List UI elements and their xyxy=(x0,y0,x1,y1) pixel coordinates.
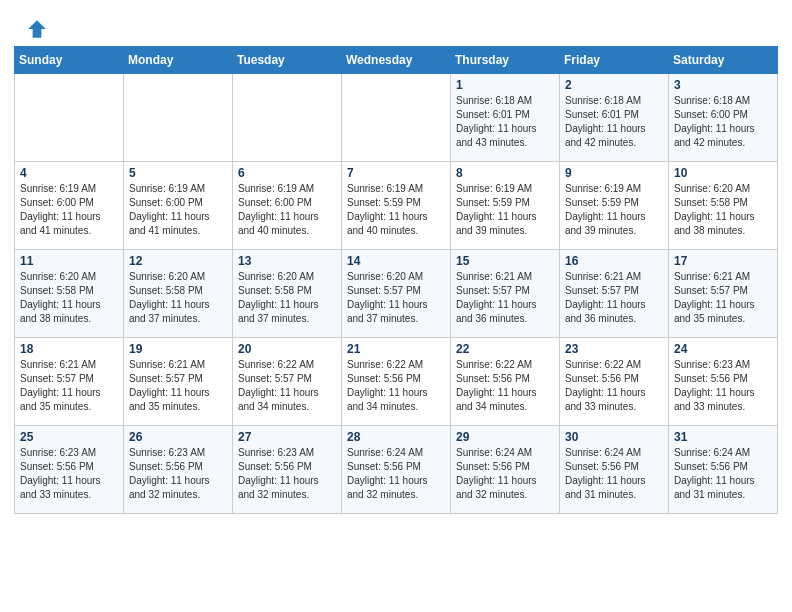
day-info: Sunrise: 6:21 AM Sunset: 5:57 PM Dayligh… xyxy=(129,358,227,414)
day-cell: 29Sunrise: 6:24 AM Sunset: 5:56 PM Dayli… xyxy=(451,426,560,514)
day-cell: 7Sunrise: 6:19 AM Sunset: 5:59 PM Daylig… xyxy=(342,162,451,250)
day-info: Sunrise: 6:23 AM Sunset: 5:56 PM Dayligh… xyxy=(20,446,118,502)
day-cell: 2Sunrise: 6:18 AM Sunset: 6:01 PM Daylig… xyxy=(560,74,669,162)
day-cell: 4Sunrise: 6:19 AM Sunset: 6:00 PM Daylig… xyxy=(15,162,124,250)
day-info: Sunrise: 6:23 AM Sunset: 5:56 PM Dayligh… xyxy=(674,358,772,414)
day-number: 2 xyxy=(565,78,663,92)
day-cell xyxy=(233,74,342,162)
day-info: Sunrise: 6:22 AM Sunset: 5:56 PM Dayligh… xyxy=(347,358,445,414)
day-number: 28 xyxy=(347,430,445,444)
day-cell: 12Sunrise: 6:20 AM Sunset: 5:58 PM Dayli… xyxy=(124,250,233,338)
day-cell: 28Sunrise: 6:24 AM Sunset: 5:56 PM Dayli… xyxy=(342,426,451,514)
col-header-saturday: Saturday xyxy=(669,47,778,74)
day-cell: 22Sunrise: 6:22 AM Sunset: 5:56 PM Dayli… xyxy=(451,338,560,426)
day-info: Sunrise: 6:22 AM Sunset: 5:57 PM Dayligh… xyxy=(238,358,336,414)
day-info: Sunrise: 6:21 AM Sunset: 5:57 PM Dayligh… xyxy=(20,358,118,414)
day-info: Sunrise: 6:18 AM Sunset: 6:01 PM Dayligh… xyxy=(565,94,663,150)
day-number: 7 xyxy=(347,166,445,180)
day-cell: 16Sunrise: 6:21 AM Sunset: 5:57 PM Dayli… xyxy=(560,250,669,338)
day-cell: 23Sunrise: 6:22 AM Sunset: 5:56 PM Dayli… xyxy=(560,338,669,426)
day-info: Sunrise: 6:24 AM Sunset: 5:56 PM Dayligh… xyxy=(565,446,663,502)
day-number: 21 xyxy=(347,342,445,356)
day-number: 25 xyxy=(20,430,118,444)
day-info: Sunrise: 6:21 AM Sunset: 5:57 PM Dayligh… xyxy=(565,270,663,326)
day-cell: 21Sunrise: 6:22 AM Sunset: 5:56 PM Dayli… xyxy=(342,338,451,426)
day-info: Sunrise: 6:22 AM Sunset: 5:56 PM Dayligh… xyxy=(456,358,554,414)
day-cell: 18Sunrise: 6:21 AM Sunset: 5:57 PM Dayli… xyxy=(15,338,124,426)
day-cell xyxy=(15,74,124,162)
day-info: Sunrise: 6:19 AM Sunset: 5:59 PM Dayligh… xyxy=(456,182,554,238)
day-info: Sunrise: 6:24 AM Sunset: 5:56 PM Dayligh… xyxy=(347,446,445,502)
col-header-wednesday: Wednesday xyxy=(342,47,451,74)
day-number: 13 xyxy=(238,254,336,268)
day-info: Sunrise: 6:20 AM Sunset: 5:57 PM Dayligh… xyxy=(347,270,445,326)
day-cell xyxy=(342,74,451,162)
col-header-tuesday: Tuesday xyxy=(233,47,342,74)
day-cell: 11Sunrise: 6:20 AM Sunset: 5:58 PM Dayli… xyxy=(15,250,124,338)
day-number: 23 xyxy=(565,342,663,356)
day-cell: 14Sunrise: 6:20 AM Sunset: 5:57 PM Dayli… xyxy=(342,250,451,338)
day-number: 1 xyxy=(456,78,554,92)
day-number: 22 xyxy=(456,342,554,356)
day-info: Sunrise: 6:20 AM Sunset: 5:58 PM Dayligh… xyxy=(20,270,118,326)
day-cell: 26Sunrise: 6:23 AM Sunset: 5:56 PM Dayli… xyxy=(124,426,233,514)
day-cell: 31Sunrise: 6:24 AM Sunset: 5:56 PM Dayli… xyxy=(669,426,778,514)
day-info: Sunrise: 6:23 AM Sunset: 5:56 PM Dayligh… xyxy=(238,446,336,502)
day-cell: 10Sunrise: 6:20 AM Sunset: 5:58 PM Dayli… xyxy=(669,162,778,250)
day-cell: 6Sunrise: 6:19 AM Sunset: 6:00 PM Daylig… xyxy=(233,162,342,250)
day-info: Sunrise: 6:19 AM Sunset: 6:00 PM Dayligh… xyxy=(129,182,227,238)
day-number: 24 xyxy=(674,342,772,356)
day-number: 17 xyxy=(674,254,772,268)
header-row: SundayMondayTuesdayWednesdayThursdayFrid… xyxy=(15,47,778,74)
day-info: Sunrise: 6:21 AM Sunset: 5:57 PM Dayligh… xyxy=(456,270,554,326)
day-cell: 19Sunrise: 6:21 AM Sunset: 5:57 PM Dayli… xyxy=(124,338,233,426)
day-info: Sunrise: 6:23 AM Sunset: 5:56 PM Dayligh… xyxy=(129,446,227,502)
day-info: Sunrise: 6:24 AM Sunset: 5:56 PM Dayligh… xyxy=(674,446,772,502)
day-number: 10 xyxy=(674,166,772,180)
day-cell: 20Sunrise: 6:22 AM Sunset: 5:57 PM Dayli… xyxy=(233,338,342,426)
day-number: 30 xyxy=(565,430,663,444)
day-number: 5 xyxy=(129,166,227,180)
day-cell: 24Sunrise: 6:23 AM Sunset: 5:56 PM Dayli… xyxy=(669,338,778,426)
col-header-friday: Friday xyxy=(560,47,669,74)
day-info: Sunrise: 6:20 AM Sunset: 5:58 PM Dayligh… xyxy=(674,182,772,238)
week-row-1: 1Sunrise: 6:18 AM Sunset: 6:01 PM Daylig… xyxy=(15,74,778,162)
day-cell: 3Sunrise: 6:18 AM Sunset: 6:00 PM Daylig… xyxy=(669,74,778,162)
day-number: 8 xyxy=(456,166,554,180)
day-info: Sunrise: 6:22 AM Sunset: 5:56 PM Dayligh… xyxy=(565,358,663,414)
day-number: 9 xyxy=(565,166,663,180)
day-info: Sunrise: 6:18 AM Sunset: 6:01 PM Dayligh… xyxy=(456,94,554,150)
day-number: 11 xyxy=(20,254,118,268)
day-info: Sunrise: 6:19 AM Sunset: 5:59 PM Dayligh… xyxy=(565,182,663,238)
col-header-thursday: Thursday xyxy=(451,47,560,74)
svg-marker-0 xyxy=(28,20,46,38)
day-info: Sunrise: 6:19 AM Sunset: 6:00 PM Dayligh… xyxy=(20,182,118,238)
page-header xyxy=(0,0,792,46)
day-cell: 30Sunrise: 6:24 AM Sunset: 5:56 PM Dayli… xyxy=(560,426,669,514)
day-info: Sunrise: 6:24 AM Sunset: 5:56 PM Dayligh… xyxy=(456,446,554,502)
day-cell: 8Sunrise: 6:19 AM Sunset: 5:59 PM Daylig… xyxy=(451,162,560,250)
day-number: 31 xyxy=(674,430,772,444)
day-number: 15 xyxy=(456,254,554,268)
day-number: 20 xyxy=(238,342,336,356)
day-cell: 15Sunrise: 6:21 AM Sunset: 5:57 PM Dayli… xyxy=(451,250,560,338)
day-cell: 5Sunrise: 6:19 AM Sunset: 6:00 PM Daylig… xyxy=(124,162,233,250)
day-number: 3 xyxy=(674,78,772,92)
col-header-sunday: Sunday xyxy=(15,47,124,74)
day-number: 16 xyxy=(565,254,663,268)
day-number: 27 xyxy=(238,430,336,444)
day-number: 14 xyxy=(347,254,445,268)
day-info: Sunrise: 6:20 AM Sunset: 5:58 PM Dayligh… xyxy=(238,270,336,326)
day-number: 18 xyxy=(20,342,118,356)
day-number: 29 xyxy=(456,430,554,444)
day-cell: 9Sunrise: 6:19 AM Sunset: 5:59 PM Daylig… xyxy=(560,162,669,250)
day-info: Sunrise: 6:19 AM Sunset: 6:00 PM Dayligh… xyxy=(238,182,336,238)
day-number: 19 xyxy=(129,342,227,356)
week-row-3: 11Sunrise: 6:20 AM Sunset: 5:58 PM Dayli… xyxy=(15,250,778,338)
day-cell: 27Sunrise: 6:23 AM Sunset: 5:56 PM Dayli… xyxy=(233,426,342,514)
day-cell: 13Sunrise: 6:20 AM Sunset: 5:58 PM Dayli… xyxy=(233,250,342,338)
day-info: Sunrise: 6:18 AM Sunset: 6:00 PM Dayligh… xyxy=(674,94,772,150)
col-header-monday: Monday xyxy=(124,47,233,74)
day-cell xyxy=(124,74,233,162)
day-info: Sunrise: 6:20 AM Sunset: 5:58 PM Dayligh… xyxy=(129,270,227,326)
